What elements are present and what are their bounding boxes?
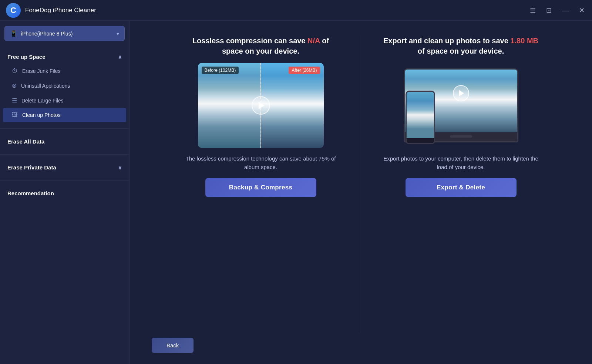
after-image xyxy=(261,63,324,148)
phone-frame xyxy=(406,91,435,144)
bottom-bar: Back xyxy=(152,332,570,353)
titlebar-controls: ☰ ⊡ — ✕ xyxy=(528,6,586,15)
nav-section-header-erase-all[interactable]: Erase All Data xyxy=(0,135,129,148)
nav-section-header-recommendation[interactable]: Recommendation xyxy=(0,186,129,200)
apps-icon: ⊗ xyxy=(12,82,17,89)
device-selector-left: 📱 iPhone(iPhone 8 Plus) xyxy=(10,30,73,37)
app-logo: C xyxy=(6,3,21,18)
sidebar-item-uninstall-apps[interactable]: ⊗ Uninstall Applications xyxy=(3,78,126,93)
files-icon: ☰ xyxy=(12,97,17,104)
nav-section-recommendation: Recommendation xyxy=(0,183,129,204)
nav-section-erase-all: Erase All Data xyxy=(0,131,129,152)
back-button[interactable]: Back xyxy=(152,338,194,353)
app-body: 📱 iPhone(iPhone 8 Plus) ▾ Free up Space … xyxy=(0,21,592,364)
close-button[interactable]: ✕ xyxy=(578,6,586,15)
divider-3 xyxy=(0,180,129,181)
cards-divider xyxy=(361,36,361,332)
export-delete-button[interactable]: Export & Delete xyxy=(406,178,517,197)
app-title: FoneDog iPhone Cleaner xyxy=(25,7,96,14)
divider-1 xyxy=(0,128,129,129)
phone-bottom xyxy=(407,138,434,143)
after-label: After (26MB) xyxy=(289,67,320,74)
main-content: Lossless compression can save N/A of spa… xyxy=(130,21,592,364)
compress-headline: Lossless compression can save N/A of spa… xyxy=(183,36,339,56)
clock-icon: ⏱ xyxy=(12,68,18,74)
device-name: iPhone(iPhone 8 Plus) xyxy=(21,31,73,37)
nav-section-header-erase-private[interactable]: Erase Private Data ∨ xyxy=(0,161,129,174)
phone-screen xyxy=(407,92,434,138)
export-description: Export photos to your computer, then del… xyxy=(383,155,539,171)
play-button-export[interactable] xyxy=(453,85,469,101)
device-selector[interactable]: 📱 iPhone(iPhone 8 Plus) ▾ xyxy=(4,26,125,41)
nav-section-erase-private: Erase Private Data ∨ xyxy=(0,157,129,178)
compress-image: Before (102MB) After (26MB) xyxy=(198,63,324,148)
backup-compress-button[interactable]: Backup & Compress xyxy=(205,178,316,197)
export-device-scene xyxy=(398,63,524,148)
export-card: Export and clean up photos to save 1.80 … xyxy=(383,36,539,332)
nav-section-header-free-up-space[interactable]: Free up Space ∧ xyxy=(0,50,129,64)
export-headline: Export and clean up photos to save 1.80 … xyxy=(383,36,539,56)
before-label: Before (102MB) xyxy=(202,67,239,74)
nav-section-free-up-space: Free up Space ∧ ⏱ Erase Junk Files ⊗ Uni… xyxy=(0,46,129,126)
export-highlight: 1.80 MB xyxy=(510,37,538,45)
chevron-up-icon: ∧ xyxy=(118,54,122,60)
play-button-compress[interactable] xyxy=(252,96,270,115)
divider-2 xyxy=(0,154,129,155)
cards-row: Lossless compression can save N/A of spa… xyxy=(152,36,570,332)
compress-description: The lossless compression technology can … xyxy=(183,155,339,171)
sidebar-item-delete-large[interactable]: ☰ Delete Large Files xyxy=(3,93,126,108)
chevron-down-icon: ▾ xyxy=(117,31,119,37)
phone-icon: 📱 xyxy=(10,30,17,37)
laptop-notch xyxy=(450,135,472,138)
sidebar-item-erase-junk[interactable]: ⏱ Erase Junk Files xyxy=(3,64,126,78)
minimize-button[interactable]: — xyxy=(561,6,570,15)
titlebar-left: C FoneDog iPhone Cleaner xyxy=(6,3,96,18)
photos-icon: 🖼 xyxy=(12,112,18,118)
chat-icon-button[interactable]: ⊡ xyxy=(545,6,553,15)
compress-highlight: N/A xyxy=(307,37,320,45)
menu-icon-button[interactable]: ☰ xyxy=(528,6,537,15)
compress-card: Lossless compression can save N/A of spa… xyxy=(183,36,339,332)
chevron-down-icon-private: ∨ xyxy=(118,165,122,171)
sidebar-item-clean-photos[interactable]: 🖼 Clean up Photos xyxy=(3,108,126,122)
titlebar: C FoneDog iPhone Cleaner ☰ ⊡ — ✕ xyxy=(0,0,592,21)
sidebar: 📱 iPhone(iPhone 8 Plus) ▾ Free up Space … xyxy=(0,21,130,364)
